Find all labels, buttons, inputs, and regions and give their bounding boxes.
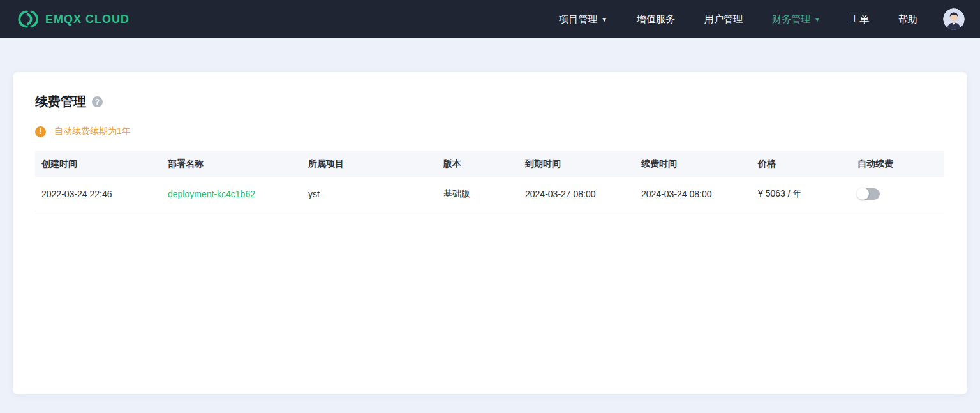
- nav-item-label: 工单: [850, 13, 869, 26]
- column-header-created-at: 创建时间: [35, 151, 161, 177]
- column-header-renew-at: 续费时间: [635, 151, 752, 177]
- cell-created-at: 2022-03-24 22:46: [35, 177, 161, 211]
- cell-renew-at: 2024-03-24 08:00: [635, 177, 752, 211]
- brand[interactable]: EMQX CLOUD: [14, 9, 130, 29]
- chevron-down-icon: ▼: [814, 17, 820, 23]
- nav-item-label: 财务管理: [772, 13, 810, 26]
- cell-price: ¥ 5063 / 年: [752, 177, 851, 211]
- nav-items: 项目管理 ▼ 增值服务 用户管理 财务管理 ▼ 工单 帮助: [559, 13, 917, 26]
- notice-text: 自动续费续期为1年: [54, 126, 131, 137]
- cell-edition: 基础版: [437, 177, 519, 211]
- nav-item-value-added-services[interactable]: 增值服务: [637, 13, 675, 26]
- card-title-row: 续费管理 ?: [35, 93, 945, 110]
- column-header-auto-renew: 自动续费: [851, 151, 944, 177]
- page-content: 续费管理 ? ! 自动续费续期为1年 创建时间 部署名称 所属项目 版本 到期时…: [0, 38, 980, 394]
- help-icon[interactable]: ?: [92, 96, 103, 107]
- nav-item-label: 帮助: [898, 13, 917, 26]
- chevron-down-icon: ▼: [601, 17, 607, 23]
- toggle-knob: [857, 188, 869, 200]
- nav-item-finance-management[interactable]: 财务管理 ▼: [772, 13, 820, 26]
- auto-renew-toggle[interactable]: [858, 188, 880, 200]
- nav-item-project-management[interactable]: 项目管理 ▼: [559, 13, 607, 26]
- renewal-table: 创建时间 部署名称 所属项目 版本 到期时间 续费时间 价格 自动续费 2022…: [35, 151, 944, 211]
- nav-item-label: 增值服务: [637, 13, 675, 26]
- cell-auto-renew: [851, 177, 944, 211]
- column-header-price: 价格: [752, 151, 851, 177]
- brand-name: EMQX CLOUD: [45, 13, 130, 26]
- emqx-logo-icon: [14, 9, 38, 29]
- column-header-expire-at: 到期时间: [519, 151, 635, 177]
- column-header-edition: 版本: [437, 151, 519, 177]
- cell-deployment-name: deployment-kc4c1b62: [161, 177, 302, 211]
- table-header: 创建时间 部署名称 所属项目 版本 到期时间 续费时间 价格 自动续费: [35, 151, 944, 177]
- table-row: 2022-03-24 22:46 deployment-kc4c1b62 yst…: [35, 177, 944, 211]
- auto-renew-notice: ! 自动续费续期为1年: [35, 126, 945, 137]
- renewal-management-card: 续费管理 ? ! 自动续费续期为1年 创建时间 部署名称 所属项目 版本 到期时…: [13, 72, 967, 394]
- top-navbar: EMQX CLOUD 项目管理 ▼ 增值服务 用户管理 财务管理 ▼ 工单 帮助: [0, 0, 980, 38]
- nav-item-user-management[interactable]: 用户管理: [704, 13, 743, 26]
- nav-item-label: 项目管理: [559, 13, 597, 26]
- nav-item-help[interactable]: 帮助: [898, 13, 917, 26]
- deployment-link[interactable]: deployment-kc4c1b62: [168, 189, 255, 199]
- cell-expire-at: 2024-03-27 08:00: [519, 177, 635, 211]
- avatar-image: [943, 8, 965, 30]
- nav-item-tickets[interactable]: 工单: [850, 13, 869, 26]
- warning-icon: !: [35, 126, 46, 137]
- page-title: 续费管理: [35, 93, 86, 110]
- cell-project: yst: [302, 177, 437, 211]
- column-header-deployment-name: 部署名称: [161, 151, 302, 177]
- column-header-project: 所属项目: [302, 151, 437, 177]
- avatar[interactable]: [943, 8, 965, 30]
- nav-item-label: 用户管理: [704, 13, 743, 26]
